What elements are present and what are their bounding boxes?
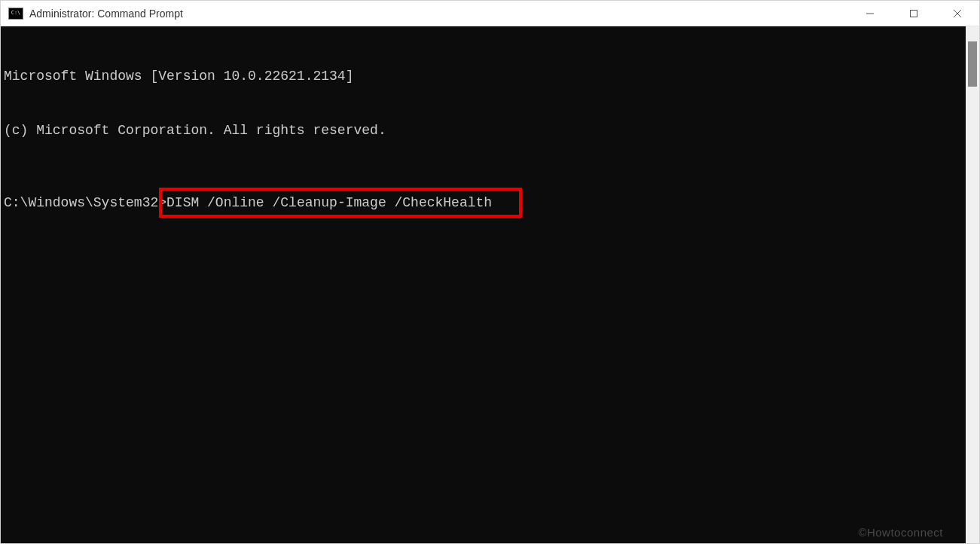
prompt: C:\Windows\System32> [4, 194, 166, 212]
cmd-icon-text: C:\ [11, 11, 21, 16]
scrollbar-thumb[interactable] [968, 41, 977, 87]
close-button[interactable] [936, 1, 979, 26]
command-prompt-window: C:\ Administrator: Command Prompt Micros… [0, 0, 980, 544]
prompt-row: C:\Windows\System32>DISM /Online /Cleanu… [4, 194, 966, 212]
watermark: ©Howtoconnect [858, 524, 943, 542]
window-controls [848, 1, 979, 26]
svg-rect-1 [911, 10, 917, 17]
minimize-button[interactable] [848, 1, 892, 26]
scrollbar[interactable] [966, 26, 979, 543]
cmd-icon: C:\ [8, 8, 23, 20]
close-icon [953, 9, 962, 18]
titlebar[interactable]: C:\ Administrator: Command Prompt [1, 1, 979, 26]
terminal-line-1: Microsoft Windows [Version 10.0.22621.21… [4, 67, 966, 85]
terminal[interactable]: Microsoft Windows [Version 10.0.22621.21… [1, 26, 966, 543]
maximize-icon [909, 9, 918, 18]
minimize-icon [866, 9, 875, 18]
window-title: Administrator: Command Prompt [29, 8, 183, 20]
maximize-button[interactable] [892, 1, 936, 26]
terminal-wrap: Microsoft Windows [Version 10.0.22621.21… [1, 26, 979, 543]
terminal-line-2: (c) Microsoft Corporation. All rights re… [4, 121, 966, 139]
command-input[interactable]: DISM /Online /Cleanup-Image /CheckHealth [166, 194, 492, 212]
